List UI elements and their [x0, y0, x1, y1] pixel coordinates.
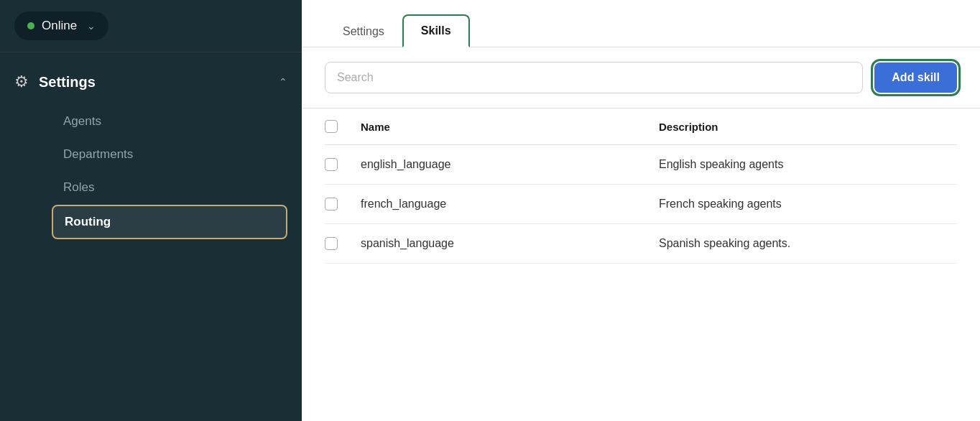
main-content: Settings Skills Add skill Name Descripti… [302, 0, 980, 421]
search-wrapper [325, 62, 863, 93]
row-name: french_language [361, 198, 659, 210]
header-checkbox-cell [325, 120, 361, 133]
toolbar: Add skill [302, 47, 980, 108]
row-name: spanish_language [361, 237, 659, 250]
row-checkbox-cell [325, 198, 361, 210]
chevron-down-icon: ⌄ [87, 20, 96, 32]
tabs-bar: Settings Skills [302, 0, 980, 47]
sidebar-item-agents[interactable]: Agents [52, 106, 287, 137]
row-description: English speaking agents [659, 158, 957, 171]
table-header: Name Description [325, 108, 957, 145]
status-pill[interactable]: Online ⌄ [14, 11, 108, 40]
settings-section: ⚙ Settings ⌃ Agents Departments Roles Ro… [0, 58, 302, 251]
sidebar: Online ⌄ ⚙ Settings ⌃ Agents Departments… [0, 0, 302, 421]
tab-skills[interactable]: Skills [402, 14, 470, 47]
row-checkbox-cell [325, 237, 361, 250]
row-description: French speaking agents [659, 198, 957, 210]
add-skill-button[interactable]: Add skill [874, 63, 957, 93]
tab-settings[interactable]: Settings [325, 16, 402, 47]
row-checkbox-cell [325, 158, 361, 171]
column-header-name: Name [361, 121, 659, 133]
settings-header[interactable]: ⚙ Settings ⌃ [14, 64, 287, 100]
sidebar-divider [0, 52, 302, 52]
settings-title: Settings [39, 74, 269, 91]
sidebar-item-routing[interactable]: Routing [52, 205, 287, 239]
sidebar-item-roles[interactable]: Roles [52, 172, 287, 203]
header-checkbox[interactable] [325, 120, 338, 133]
row-name: english_language [361, 158, 659, 171]
column-header-description: Description [659, 121, 957, 133]
row-checkbox[interactable] [325, 158, 338, 171]
chevron-up-icon: ⌃ [279, 76, 287, 88]
nav-items: Agents Departments Roles Routing [14, 100, 287, 245]
search-input[interactable] [325, 62, 863, 93]
table-row: french_language French speaking agents [325, 185, 957, 224]
table-row: english_language English speaking agents [325, 145, 957, 185]
row-checkbox[interactable] [325, 237, 338, 250]
row-checkbox[interactable] [325, 198, 338, 210]
sidebar-item-departments[interactable]: Departments [52, 139, 287, 170]
gear-icon: ⚙ [14, 73, 29, 91]
status-label: Online [42, 19, 77, 33]
row-description: Spanish speaking agents. [659, 237, 957, 250]
table-row: spanish_language Spanish speaking agents… [325, 224, 957, 264]
status-dot-icon [27, 22, 34, 29]
status-bar: Online ⌄ [0, 0, 302, 52]
skills-table: Name Description english_language Englis… [302, 108, 980, 421]
